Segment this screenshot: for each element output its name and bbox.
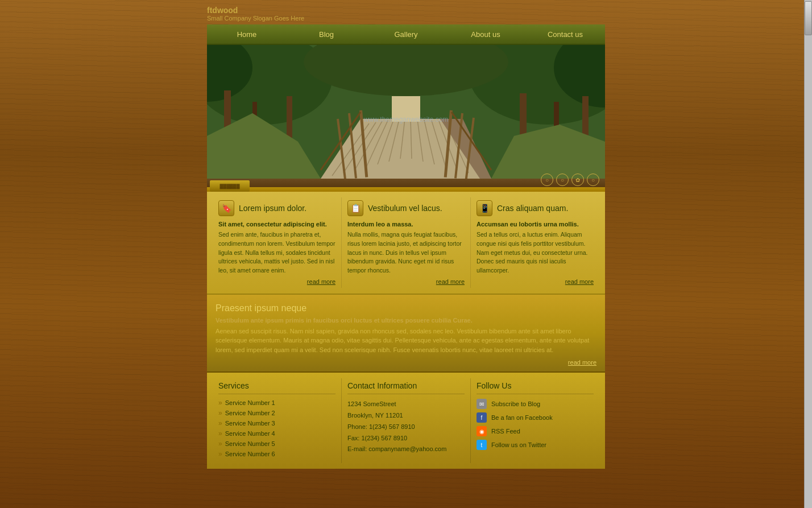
service-link-5[interactable]: Service Number 5 [225, 440, 275, 447]
twitter-icon: t [477, 440, 487, 450]
col-block-2: 📋 Vestibulum vel lacus. Interdum leo a m… [342, 197, 471, 288]
read-more-2[interactable]: read more [347, 278, 465, 285]
read-more-1[interactable]: read more [218, 278, 335, 285]
hero-image: www.themeganwebsite.com [207, 45, 605, 179]
contact-title: Contact Information [347, 381, 465, 394]
service-item-6: » Service Number 6 [218, 450, 335, 458]
svg-text:www.themeganwebsite.com: www.themeganwebsite.com [363, 115, 449, 123]
service-link-4[interactable]: Service Number 4 [225, 430, 275, 437]
hero-icon-1[interactable]: ○ [541, 174, 553, 186]
follow-item-fb: f Be a fan on Facebook [477, 412, 594, 423]
col-text-2: Nulla mollis, magna quis feugiat faucibu… [347, 230, 465, 275]
service-item-4: » Service Number 4 [218, 429, 335, 437]
col-title-2: Vestibulum vel lacus. [368, 204, 442, 213]
col-icon-3: 📱 [477, 200, 492, 216]
col-block-3: 📱 Cras aliquam quam. Accumsan eu loborti… [471, 197, 599, 288]
follow-item-tw: t Follow us on Twitter [477, 440, 594, 450]
footer-services: Services » Service Number 1 » Service Nu… [213, 378, 342, 463]
service-item-5: » Service Number 5 [218, 440, 335, 448]
featured-section: Praesent ipsum neque Vestibulum ante ips… [207, 295, 605, 373]
site-title: ftdwood [207, 6, 605, 15]
col-subtitle-2: Interdum leo a massa. [347, 221, 465, 228]
col-block-1: 🔖 Lorem ipsum dolor. Sit amet, consectet… [213, 197, 342, 288]
hero-icon-3[interactable]: ✿ [571, 174, 584, 186]
contact-fax: Fax: 1(234) 567 8910 [347, 433, 465, 444]
nav-gallery[interactable]: Gallery [366, 26, 446, 43]
col-title-3: Cras aliquam quam. [497, 204, 568, 213]
service-arrow-3: » [218, 419, 222, 427]
nav-about[interactable]: About us [446, 26, 525, 43]
promo-tag: ▓▓▓▓▓▓ [210, 180, 250, 192]
col-title-1: Lorem ipsum dolor. [239, 204, 306, 213]
nav-contact[interactable]: Contact us [525, 26, 605, 43]
contact-phone: Phone: 1(234) 567 8910 [347, 422, 465, 433]
services-title: Services [218, 381, 335, 394]
rss-icon: ◉ [477, 426, 487, 436]
hero-border: ○ ○ ✿ ○ [207, 179, 605, 187]
site-header: ftdwood Small Company Slogan Goes Here [207, 0, 605, 24]
follow-title: Follow Us [477, 381, 594, 394]
contact-city: Brooklyn, NY 11201 [347, 410, 465, 422]
col-icon-1: 🔖 [218, 200, 234, 216]
read-more-3[interactable]: read more [477, 278, 594, 285]
col-subtitle-3: Accumsan eu lobortis urna mollis. [477, 221, 594, 228]
footer-contact: Contact Information 1234 SomeStreet Broo… [342, 378, 471, 463]
col-header-2: 📋 Vestibulum vel lacus. [347, 200, 465, 216]
hero-icon-2[interactable]: ○ [556, 174, 569, 186]
service-link-3[interactable]: Service Number 3 [225, 420, 275, 427]
col-text-3: Sed a tellus orci, a luctus enim. Aliqua… [477, 230, 594, 275]
contact-address: 1234 SomeStreet [347, 399, 465, 410]
service-link-2[interactable]: Service Number 2 [225, 410, 275, 416]
featured-title: Praesent ipsum neque [216, 303, 596, 313]
service-arrow-6: » [218, 450, 222, 458]
service-link-1[interactable]: Service Number 1 [225, 399, 275, 406]
col-header-1: 🔖 Lorem ipsum dolor. [218, 200, 335, 216]
hero-icons: ○ ○ ✿ ○ [541, 174, 599, 186]
service-item-1: » Service Number 1 [218, 399, 335, 407]
footer-follow: Follow Us ✉ Subscribe to Blog f Be a fan… [471, 378, 599, 463]
nav-home[interactable]: Home [207, 26, 287, 43]
featured-read-more[interactable]: read more [216, 359, 596, 366]
featured-text: Aenean sed suscipit risus. Nam nisl sapi… [216, 327, 596, 355]
hero-icon-4[interactable]: ○ [587, 174, 599, 186]
three-col-section: 🔖 Lorem ipsum dolor. Sit amet, consectet… [207, 192, 605, 295]
follow-link-tw[interactable]: Follow us on Twitter [491, 441, 546, 448]
facebook-icon: f [477, 412, 487, 423]
col-text-1: Sed enim ante, faucibus in pharetra et, … [218, 230, 335, 275]
service-item-2: » Service Number 2 [218, 409, 335, 417]
col-subtitle-1: Sit amet, consectetur adipiscing elit. [218, 221, 335, 228]
follow-link-rss[interactable]: RSS Feed [491, 428, 520, 435]
service-item-3: » Service Number 3 [218, 419, 335, 427]
hero-svg: www.themeganwebsite.com [207, 45, 605, 179]
service-arrow-2: » [218, 409, 222, 417]
site-slogan: Small Company Slogan Goes Here [207, 15, 605, 22]
main-nav: Home Blog Gallery About us Contact us [207, 24, 605, 45]
contact-email: E-mail: companyname@yahoo.com [347, 444, 465, 455]
nav-blog[interactable]: Blog [287, 26, 366, 43]
service-arrow-5: » [218, 440, 222, 448]
col-header-3: 📱 Cras aliquam quam. [477, 200, 594, 216]
service-arrow-4: » [218, 429, 222, 437]
follow-item-email: ✉ Subscribe to Blog [477, 399, 594, 409]
service-arrow-1: » [218, 399, 222, 407]
service-link-6[interactable]: Service Number 6 [225, 451, 275, 457]
follow-item-rss: ◉ RSS Feed [477, 426, 594, 436]
col-icon-2: 📋 [347, 200, 363, 216]
follow-link-fb[interactable]: Be a fan on Facebook [491, 414, 553, 421]
footer-cols: Services » Service Number 1 » Service Nu… [207, 373, 605, 469]
featured-subtitle: Vestibulum ante ipsum primis in faucibus… [216, 317, 596, 324]
follow-link-email[interactable]: Subscribe to Blog [491, 400, 540, 407]
email-icon: ✉ [477, 399, 487, 409]
